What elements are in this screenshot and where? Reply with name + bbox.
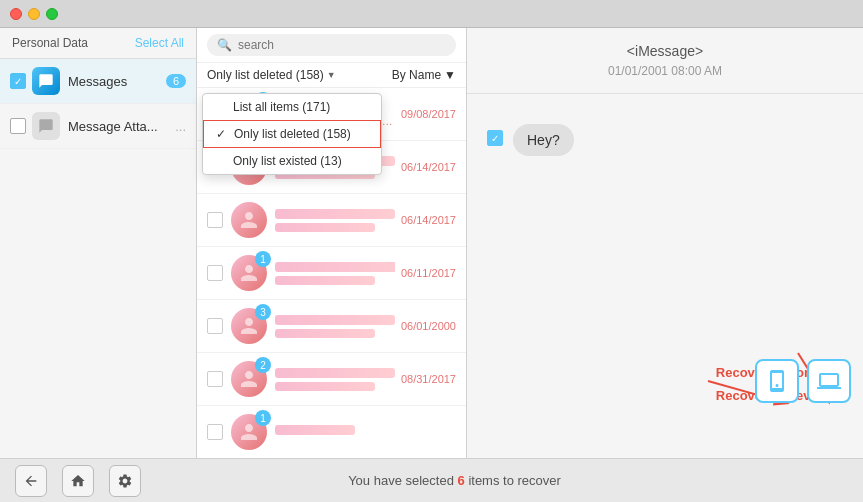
status-count: 6 <box>458 473 465 488</box>
message-name-3 <box>275 262 395 272</box>
avatar-2 <box>231 202 267 238</box>
home-button[interactable] <box>62 465 94 497</box>
imessage-time: 01/01/2001 08:00 AM <box>482 64 848 78</box>
sidebar-item-attachments[interactable]: Message Atta... ... <box>0 104 196 149</box>
item-checkbox-3[interactable] <box>207 265 223 281</box>
check-deleted: ✓ <box>216 127 228 141</box>
status-prefix: You have selected <box>348 473 457 488</box>
imessage-title: <iMessage> <box>482 43 848 59</box>
attachments-badge: ... <box>175 119 186 134</box>
message-info-5 <box>275 368 395 391</box>
message-item[interactable]: 3 06/01/2000 <box>197 300 466 353</box>
filter-option-all-label: List all items (171) <box>233 100 330 114</box>
message-name-2 <box>275 209 395 219</box>
message-date-2: 06/14/2017 <box>401 214 456 226</box>
message-info-3 <box>275 262 395 285</box>
filter-option-deleted[interactable]: ✓ Only list deleted (158) <box>203 120 381 148</box>
avatar-wrap-2 <box>231 202 267 238</box>
right-panel: <iMessage> 01/01/2001 08:00 AM Hey? Reco… <box>467 28 863 458</box>
avatar-wrap-5: 2 <box>231 361 267 397</box>
message-date-4: 06/01/2000 <box>401 320 456 332</box>
messages-label: Messages <box>68 74 166 89</box>
main-area: Personal Data Select All Messages 6 Mess… <box>0 28 863 458</box>
item-checkbox-2[interactable] <box>207 212 223 228</box>
filter-option-existed[interactable]: Only list existed (13) <box>203 148 381 174</box>
settings-button[interactable] <box>109 465 141 497</box>
attachments-checkbox[interactable] <box>10 118 26 134</box>
avatar-badge-6: 1 <box>255 410 271 426</box>
attachments-label: Message Atta... <box>68 119 175 134</box>
avatar-wrap-4: 3 <box>231 308 267 344</box>
personal-data-label: Personal Data <box>12 36 88 50</box>
bottom-nav <box>15 465 141 497</box>
message-name-6 <box>275 425 355 435</box>
message-preview-4 <box>275 329 375 338</box>
filter-option-deleted-label: Only list deleted (158) <box>234 127 351 141</box>
search-bar: 🔍 <box>197 28 466 63</box>
filter-option-existed-label: Only list existed (13) <box>233 154 342 168</box>
item-checkbox-5[interactable] <box>207 371 223 387</box>
search-wrap: 🔍 <box>207 34 456 56</box>
message-info-2 <box>275 209 395 232</box>
message-preview-3 <box>275 276 375 285</box>
traffic-lights <box>10 8 58 20</box>
message-date-0: 09/08/2017 <box>401 108 456 120</box>
message-item[interactable]: 06/14/2017 <box>197 194 466 247</box>
sidebar-item-messages[interactable]: Messages 6 <box>0 59 196 104</box>
sidebar: Personal Data Select All Messages 6 Mess… <box>0 28 197 458</box>
message-date-5: 08/31/2017 <box>401 373 456 385</box>
maximize-button[interactable] <box>46 8 58 20</box>
avatar-badge-3: 1 <box>255 251 271 267</box>
message-info-6 <box>275 425 450 439</box>
avatar-wrap-3: 1 <box>231 255 267 291</box>
sort-label: By Name <box>392 68 441 82</box>
content-panel: 🔍 Only list deleted (158) ▼ By Name ▼ Li… <box>197 28 467 458</box>
filter-dropdown-menu: List all items (171) ✓ Only list deleted… <box>202 93 382 175</box>
messages-badge: 6 <box>166 74 186 88</box>
search-input[interactable] <box>238 38 446 52</box>
filter-label: Only list deleted (158) <box>207 68 324 82</box>
message-bubble: Hey? <box>513 124 574 156</box>
avatar-badge-5: 2 <box>255 357 271 373</box>
bubble-row: Hey? <box>487 124 843 156</box>
message-preview-2 <box>275 223 375 232</box>
bubble-checkbox[interactable] <box>487 130 503 146</box>
message-name-4 <box>275 315 395 325</box>
close-button[interactable] <box>10 8 22 20</box>
title-bar <box>0 0 863 28</box>
filter-option-all[interactable]: List all items (171) <box>203 94 381 120</box>
message-info-4 <box>275 315 395 338</box>
message-item[interactable]: 2 08/31/2017 <box>197 353 466 406</box>
item-checkbox-4[interactable] <box>207 318 223 334</box>
filter-bar: Only list deleted (158) ▼ By Name ▼ List… <box>197 63 466 88</box>
messages-icon <box>32 67 60 95</box>
message-preview-5 <box>275 382 375 391</box>
select-all-button[interactable]: Select All <box>135 36 184 50</box>
messages-checkbox[interactable] <box>10 73 26 89</box>
recover-to-computer-button[interactable] <box>807 359 851 403</box>
message-item[interactable]: 1 06/11/2017 <box>197 247 466 300</box>
attachments-icon <box>32 112 60 140</box>
message-date-3: 06/11/2017 <box>401 267 456 279</box>
message-date-1: 06/14/2017 <box>401 161 456 173</box>
avatar-badge-4: 3 <box>255 304 271 320</box>
bottom-bar: You have selected 6 items to recover <box>0 458 863 502</box>
sort-arrow: ▼ <box>444 68 456 82</box>
item-checkbox-6[interactable] <box>207 424 223 440</box>
message-item[interactable]: 1 <box>197 406 466 458</box>
sidebar-header: Personal Data Select All <box>0 28 196 59</box>
filter-dropdown-button[interactable]: Only list deleted (158) ▼ <box>207 68 336 82</box>
message-name-5 <box>275 368 395 378</box>
filter-arrow: ▼ <box>327 70 336 80</box>
recover-to-device-button[interactable] <box>755 359 799 403</box>
bottom-status: You have selected 6 items to recover <box>141 473 768 488</box>
sort-button[interactable]: By Name ▼ <box>392 68 456 82</box>
imessage-header: <iMessage> 01/01/2001 08:00 AM <box>467 28 863 94</box>
avatar-wrap-6: 1 <box>231 414 267 450</box>
search-icon: 🔍 <box>217 38 232 52</box>
status-suffix: items to recover <box>465 473 561 488</box>
back-button[interactable] <box>15 465 47 497</box>
recover-buttons <box>755 359 851 403</box>
minimize-button[interactable] <box>28 8 40 20</box>
